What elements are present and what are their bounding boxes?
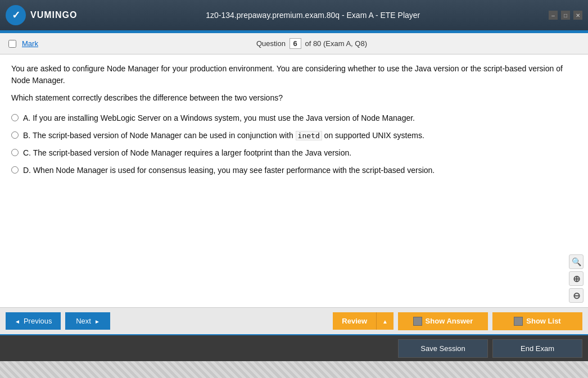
show-answer-checkbox-indicator xyxy=(413,317,422,326)
list-item: A. If you are installing WebLogic Server… xyxy=(11,112,577,124)
answer-options: A. If you are installing WebLogic Server… xyxy=(11,112,577,176)
save-session-button[interactable]: Save Session xyxy=(398,339,488,358)
option-a-radio[interactable] xyxy=(11,114,19,121)
next-button[interactable]: Next xyxy=(65,312,110,330)
question-number-box: 6 xyxy=(290,38,301,49)
chevron-up-icon xyxy=(382,318,388,325)
logo-text: VUMINGO xyxy=(30,10,77,20)
option-d-text: D. When Node Manager is used for consens… xyxy=(23,165,435,176)
chevron-left-icon xyxy=(15,317,20,325)
content-area: You are asked to configure Node Manager … xyxy=(0,54,588,307)
bottom-bar-1: Previous Next Review Show Answer Show Li… xyxy=(0,307,588,334)
window-controls: – □ ✕ xyxy=(549,11,582,20)
list-item: D. When Node Manager is used for consens… xyxy=(11,165,577,176)
show-list-checkbox-indicator xyxy=(514,317,523,326)
search-icon-button[interactable]: 🔍 xyxy=(569,254,584,269)
option-a-text: A. If you are installing WebLogic Server… xyxy=(23,112,415,124)
title-bar: ✓ VUMINGO 1z0-134.prepaway.premium.exam.… xyxy=(0,0,588,31)
zoom-out-button[interactable]: ⊖ xyxy=(569,288,584,303)
inetd-code: inetd xyxy=(296,131,322,140)
right-toolbar: 🔍 ⊕ ⊖ xyxy=(569,254,584,303)
previous-button[interactable]: Previous xyxy=(6,312,61,330)
option-b-radio[interactable] xyxy=(11,131,19,139)
mark-checkbox[interactable] xyxy=(8,40,16,48)
question-number-area: Question 6 of 80 (Exam A, Q8) xyxy=(44,38,580,49)
zoom-in-button[interactable]: ⊕ xyxy=(569,271,584,286)
question-label: Question xyxy=(256,39,286,48)
mark-label[interactable]: Mark xyxy=(22,39,38,48)
end-exam-button[interactable]: End Exam xyxy=(492,339,582,358)
logo-checkmark: ✓ xyxy=(12,9,20,21)
show-list-button[interactable]: Show List xyxy=(492,312,582,330)
option-c-text: C. The script-based version of Node Mana… xyxy=(23,147,351,159)
question-paragraph-2: Which statement correctly describes the … xyxy=(11,92,577,104)
logo-icon: ✓ xyxy=(6,5,26,25)
stripe-area xyxy=(0,361,588,378)
minimize-button[interactable]: – xyxy=(549,11,558,20)
close-button[interactable]: ✕ xyxy=(573,11,582,20)
option-d-radio[interactable] xyxy=(11,166,19,174)
maximize-button[interactable]: □ xyxy=(561,11,570,20)
question-of-label: of 80 (Exam A, Q8) xyxy=(305,39,367,48)
window-title: 1z0-134.prepaway.premium.exam.80q - Exam… xyxy=(77,11,549,20)
review-btn-group: Review xyxy=(333,312,393,330)
question-paragraph-1: You are asked to configure Node Manager … xyxy=(11,63,577,86)
review-button[interactable]: Review xyxy=(333,312,376,330)
chevron-right-icon xyxy=(94,317,100,325)
show-answer-button[interactable]: Show Answer xyxy=(398,312,488,330)
list-item: B. The script-based version of Node Mana… xyxy=(11,130,577,142)
review-dropdown-button[interactable] xyxy=(376,312,393,330)
option-b-text: B. The script-based version of Node Mana… xyxy=(23,130,424,142)
bottom-bar-2: Save Session End Exam xyxy=(0,334,588,361)
option-c-radio[interactable] xyxy=(11,149,19,156)
logo-area: ✓ VUMINGO xyxy=(6,5,77,25)
list-item: C. The script-based version of Node Mana… xyxy=(11,147,577,159)
question-text: You are asked to configure Node Manager … xyxy=(11,63,577,104)
question-header: Mark Question 6 of 80 (Exam A, Q8) xyxy=(0,33,588,54)
